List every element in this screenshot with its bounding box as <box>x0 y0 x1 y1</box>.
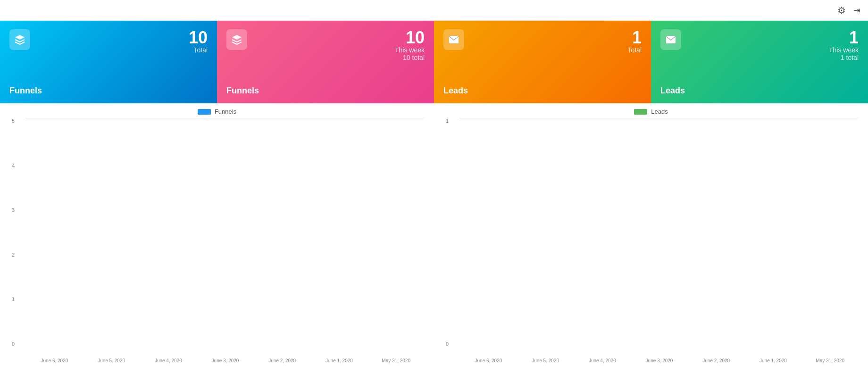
card-title: Funnels <box>9 86 42 96</box>
card-leads-total: 1 Total Leads <box>434 21 651 103</box>
x-label: June 2, 2020 <box>688 358 745 363</box>
card-icon-envelope <box>443 29 464 50</box>
svg-rect-2 <box>449 36 459 43</box>
card-numbers: 1 This week 1 total <box>829 29 859 61</box>
x-label: June 1, 2020 <box>311 358 368 363</box>
svg-marker-1 <box>232 35 242 40</box>
x-axis: June 6, 2020June 5, 2020June 4, 2020June… <box>460 358 859 363</box>
chart-wrapper: 10 <box>460 118 859 347</box>
chart-leads-chart: Leads 10June 6, 2020June 5, 2020June 4, … <box>434 108 868 363</box>
chart-wrapper: 543210 <box>26 118 425 347</box>
y-axis: 10 <box>446 118 451 347</box>
x-label: June 3, 2020 <box>197 358 254 363</box>
y-label: 5 <box>12 118 17 124</box>
svg-marker-0 <box>15 35 25 40</box>
y-label: 1 <box>12 296 17 302</box>
stat-cards: 10 Total Funnels 10 This week 10 total F… <box>0 21 868 103</box>
card-leads-week: 1 This week 1 total Leads <box>651 21 868 103</box>
grid-line <box>26 118 425 118</box>
x-label: June 5, 2020 <box>83 358 140 363</box>
legend-label: Leads <box>651 108 668 115</box>
legend-label: Funnels <box>215 108 236 115</box>
chart-funnels-chart: Funnels 543210June 6, 2020June 5, 2020Ju… <box>0 108 434 363</box>
card-funnels-total: 10 Total Funnels <box>0 21 217 103</box>
chart-area <box>460 118 859 118</box>
x-label: May 31, 2020 <box>367 358 425 363</box>
chart-legend: Leads <box>443 108 859 115</box>
card-label: This week <box>395 46 425 54</box>
y-axis: 543210 <box>12 118 17 347</box>
x-label: June 4, 2020 <box>140 358 197 363</box>
svg-rect-3 <box>666 36 676 43</box>
card-label: This week <box>829 46 859 54</box>
card-sublabel: 10 total <box>395 54 425 61</box>
chart-area <box>26 118 425 118</box>
y-label: 2 <box>12 252 17 258</box>
card-numbers: 1 Total <box>627 29 642 54</box>
top-bar: ⚙ ⇥ <box>0 0 868 21</box>
legend-color-box <box>198 109 211 115</box>
x-label: June 2, 2020 <box>254 358 311 363</box>
y-label: 0 <box>12 341 17 347</box>
x-label: June 3, 2020 <box>631 358 688 363</box>
card-numbers: 10 Total <box>189 29 208 54</box>
card-label: Total <box>189 46 208 54</box>
y-label: 4 <box>12 163 17 168</box>
x-label: June 4, 2020 <box>574 358 631 363</box>
x-axis: June 6, 2020June 5, 2020June 4, 2020June… <box>26 358 425 363</box>
x-label: June 6, 2020 <box>26 358 83 363</box>
card-icon-layers <box>9 29 30 50</box>
x-label: June 6, 2020 <box>460 358 517 363</box>
card-numbers: 10 This week 10 total <box>395 29 425 61</box>
card-title: Leads <box>660 86 685 96</box>
card-label: Total <box>627 46 642 54</box>
legend-color-box <box>634 109 647 115</box>
chart-legend: Funnels <box>9 108 425 115</box>
card-icon-layers <box>226 29 247 50</box>
y-label: 0 <box>446 341 451 347</box>
x-label: June 5, 2020 <box>517 358 574 363</box>
x-label: June 1, 2020 <box>745 358 802 363</box>
card-big-number: 10 <box>395 29 425 46</box>
card-title: Leads <box>443 86 468 96</box>
charts-row: Funnels 543210June 6, 2020June 5, 2020Ju… <box>0 103 868 368</box>
card-big-number: 10 <box>189 29 208 46</box>
card-big-number: 1 <box>829 29 859 46</box>
grid-line <box>460 118 859 118</box>
card-funnels-week: 10 This week 10 total Funnels <box>217 21 434 103</box>
logout-icon[interactable]: ⇥ <box>853 5 860 16</box>
card-big-number: 1 <box>627 29 642 46</box>
settings-icon[interactable]: ⚙ <box>837 5 846 16</box>
x-label: May 31, 2020 <box>801 358 859 363</box>
y-label: 1 <box>446 118 451 124</box>
card-sublabel: 1 total <box>829 54 859 61</box>
y-label: 3 <box>12 207 17 213</box>
card-title: Funnels <box>226 86 259 96</box>
card-icon-envelope <box>660 29 681 50</box>
